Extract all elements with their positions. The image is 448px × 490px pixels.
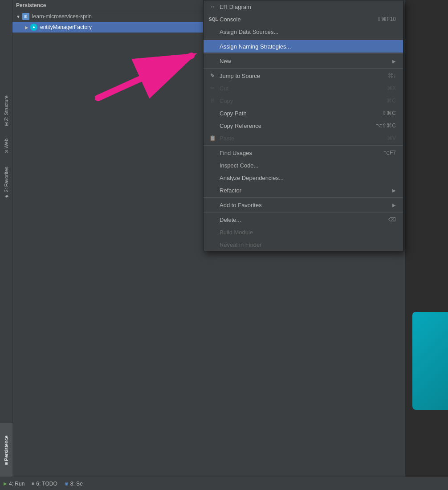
separator-5 <box>204 197 403 198</box>
jump-to-source-icon: ✎ <box>209 73 216 79</box>
build-module-label: Build Module <box>220 229 253 236</box>
reveal-in-finder-label: Reveal in Finder <box>220 241 262 248</box>
cut-label: Cut <box>220 85 228 92</box>
menu-item-find-usages[interactable]: Find Usages ⌥F7 <box>204 147 403 159</box>
copy-reference-label: Copy Reference <box>220 122 261 129</box>
run-icon: ▶ <box>4 481 7 486</box>
services-label: 8: Se <box>70 481 83 487</box>
persistence-icon: ≡ <box>4 462 9 465</box>
separator-1 <box>204 39 403 39</box>
favorites-label: 2: Favorites <box>4 167 9 192</box>
menu-item-add-to-favorites[interactable]: Add to Favorites ▶ <box>204 199 403 211</box>
refactor-label: Refactor <box>220 187 241 194</box>
menu-item-build-module: Build Module <box>204 226 403 238</box>
teal-shape <box>412 312 448 410</box>
toolbar-run[interactable]: ▶ 4: Run <box>4 481 24 487</box>
folder-icon: ⊞ <box>22 13 29 20</box>
menu-item-console[interactable]: SQL Console ⇧⌘F10 <box>204 13 403 25</box>
sidebar-item-favorites[interactable]: ★ 2: Favorites <box>1 160 11 205</box>
inspect-code-label: Inspect Code... <box>220 162 258 169</box>
paste-shortcut: ⌘V <box>387 135 396 141</box>
menu-item-assign-data-sources[interactable]: Assign Data Sources... <box>204 25 403 38</box>
todo-label: 6: TODO <box>36 481 57 487</box>
menu-item-er-diagram[interactable]: ↔ ER Diagram <box>204 0 403 13</box>
menu-item-paste: 📋 Paste ⌘V <box>204 132 403 144</box>
todo-icon: ≡ <box>32 481 34 486</box>
menu-item-cut: ✂ Cut ⌘X <box>204 82 403 94</box>
menu-item-jump-to-source[interactable]: ✎ Jump to Source ⌘↓ <box>204 69 403 82</box>
context-menu: ↔ ER Diagram SQL Console ⇧⌘F10 Assign Da… <box>203 0 403 251</box>
services-icon: ◉ <box>65 481 69 486</box>
console-shortcut: ⇧⌘F10 <box>377 16 396 22</box>
assign-naming-strategies-label: Assign Naming Strategies... <box>220 43 291 50</box>
assign-data-sources-label: Assign Data Sources... <box>220 29 278 35</box>
tree-expand-arrow: ▼ <box>16 14 20 19</box>
console-label: Console <box>220 16 241 23</box>
analyze-dependencies-label: Analyze Dependencies... <box>220 175 284 181</box>
paste-icon: 📋 <box>209 135 216 141</box>
persistence-panel: Persistence ▼ ⊞ learn-microservices-spri… <box>12 0 205 472</box>
sidebar-item-web[interactable]: ⊙ Web <box>1 132 11 160</box>
structure-label: Z: Structure <box>4 95 9 121</box>
find-usages-label: Find Usages <box>220 150 252 156</box>
sidebar-item-structure[interactable]: ⊞ Z: Structure <box>1 89 11 132</box>
panel-title: Persistence <box>12 0 205 11</box>
menu-item-assign-naming-strategies[interactable]: Assign Naming Strategies... <box>204 40 403 53</box>
add-to-favorites-label: Add to Favorites <box>220 202 262 208</box>
toolbar-services[interactable]: ◉ 8: Se <box>65 481 83 487</box>
new-label: New <box>220 58 231 65</box>
copy-reference-shortcut: ⌥⇧⌘C <box>376 122 396 129</box>
copy-icon: ⎘ <box>209 98 216 104</box>
delete-label: Delete... <box>220 216 241 223</box>
menu-item-new[interactable]: New ▶ <box>204 55 403 67</box>
structure-icon: ⊞ <box>3 122 9 126</box>
menu-item-copy-reference[interactable]: Copy Reference ⌥⇧⌘C <box>204 119 403 132</box>
separator-6 <box>204 212 403 212</box>
copy-path-label: Copy Path <box>220 110 247 117</box>
persistence-label: Persistence <box>4 435 9 461</box>
tree-child-label: entityManagerFactory <box>40 24 92 30</box>
right-panel <box>405 0 448 490</box>
er-diagram-label: ER Diagram <box>220 4 251 10</box>
copy-label: Copy <box>220 98 233 104</box>
er-diagram-icon: ↔ <box>209 4 216 10</box>
favorites-icon: ★ <box>3 193 9 199</box>
delete-shortcut: ⌫ <box>388 216 396 223</box>
console-icon: SQL <box>209 17 216 22</box>
tree-child-arrow: ▶ <box>25 25 29 30</box>
paste-label: Paste <box>220 135 234 142</box>
sidebar-left: ⊞ Z: Structure ⊙ Web ★ 2: Favorites <box>0 0 12 472</box>
menu-item-copy: ⎘ Copy ⌘C <box>204 94 403 107</box>
separator-3 <box>204 68 403 69</box>
find-usages-shortcut: ⌥F7 <box>383 150 396 156</box>
cut-shortcut: ⌘X <box>387 85 396 91</box>
web-label: Web <box>4 139 9 148</box>
bottom-toolbar: ▶ 4: Run ≡ 6: TODO ◉ 8: Se <box>0 477 448 490</box>
tree-child-item[interactable]: ▶ ● entityManagerFactory <box>12 22 205 33</box>
toolbar-todo[interactable]: ≡ 6: TODO <box>32 481 57 487</box>
menu-item-refactor[interactable]: Refactor ▶ <box>204 184 403 196</box>
menu-item-delete[interactable]: Delete... ⌫ <box>204 213 403 226</box>
run-label: 4: Run <box>9 481 24 487</box>
web-icon: ⊙ <box>3 150 9 154</box>
cut-icon: ✂ <box>209 85 216 91</box>
menu-item-analyze-dependencies[interactable]: Analyze Dependencies... <box>204 172 403 184</box>
menu-item-copy-path[interactable]: Copy Path ⇧⌘C <box>204 107 403 119</box>
separator-2 <box>204 53 403 54</box>
add-to-favorites-arrow: ▶ <box>392 203 396 208</box>
separator-4 <box>204 145 403 146</box>
refactor-arrow: ▶ <box>392 188 396 193</box>
bean-icon: ● <box>30 24 37 31</box>
tree-root-label: learn-microservices-sprin <box>32 13 92 20</box>
jump-to-source-shortcut: ⌘↓ <box>388 73 396 79</box>
jump-to-source-label: Jump to Source <box>220 73 260 79</box>
persistence-tab[interactable]: ≡ Persistence <box>0 423 12 477</box>
new-arrow: ▶ <box>392 59 396 64</box>
tree-root-item[interactable]: ▼ ⊞ learn-microservices-sprin <box>12 11 205 22</box>
menu-item-reveal-in-finder: Reveal in Finder <box>204 238 403 251</box>
menu-item-inspect-code[interactable]: Inspect Code... <box>204 159 403 172</box>
copy-shortcut: ⌘C <box>387 98 396 104</box>
copy-path-shortcut: ⇧⌘C <box>382 110 396 116</box>
